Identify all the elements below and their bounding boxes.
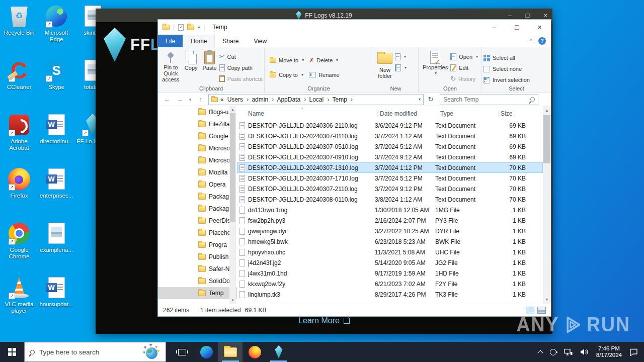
volume-icon[interactable] bbox=[580, 348, 589, 355]
tree-item[interactable]: SolidDo bbox=[158, 275, 237, 287]
desktop-icon[interactable]: ↗ Recycle Bin bbox=[1, 4, 37, 58]
desktop-icon[interactable]: ↗ hoursupdat... bbox=[38, 276, 74, 330]
file-row[interactable]: hpoyvhxo.uhc 11/3/2021 5:08 AM UHC File … bbox=[237, 247, 543, 257]
paste-button[interactable]: Paste bbox=[200, 49, 219, 84]
tree-item[interactable]: Mozilla bbox=[158, 166, 237, 178]
file-row[interactable]: hmewkg5l.bwk 6/23/2018 5:23 AM BWK File … bbox=[237, 236, 543, 247]
help-icon[interactable]: ? bbox=[538, 37, 546, 45]
scroll-up-icon[interactable]: ▴ bbox=[546, 108, 548, 113]
tree-item[interactable]: FileZilla bbox=[158, 118, 237, 130]
new-folder-button[interactable]: New folder bbox=[375, 49, 395, 84]
open-button[interactable]: Open▾ bbox=[450, 52, 478, 61]
scroll-down-icon[interactable]: ▾ bbox=[546, 297, 548, 302]
select-all-button[interactable]: Select all bbox=[484, 53, 530, 62]
cut-button[interactable]: ✂Cut bbox=[219, 52, 263, 61]
tree-item[interactable]: Temp bbox=[158, 287, 237, 299]
file-row[interactable]: DESKTOP-JGLLJLD-20240307-2110.log 3/7/20… bbox=[237, 184, 543, 194]
pin-to-quick-access-button[interactable]: Pin to Quick access bbox=[159, 49, 182, 84]
hidden-icons-chevron-icon[interactable] bbox=[537, 350, 543, 355]
column-header-size[interactable]: Size bbox=[499, 110, 544, 117]
taskbar-search-input[interactable] bbox=[39, 348, 138, 356]
file-row[interactable]: gwwjvmgw.dyr 3/27/2022 10:25 AM DYR File… bbox=[237, 226, 543, 236]
file-row[interactable]: j4wx31m0.1hd 9/17/2019 1:59 AM 1HD File … bbox=[237, 268, 543, 279]
forward-icon[interactable]: → bbox=[175, 96, 185, 103]
tree-item[interactable]: PeerDis bbox=[158, 215, 237, 227]
action-center-icon[interactable] bbox=[629, 348, 638, 356]
tree-scrollbar[interactable]: ▴ ▾ bbox=[229, 106, 236, 304]
search-box[interactable] bbox=[440, 94, 538, 105]
breadcrumb-item[interactable]: AppData bbox=[276, 96, 308, 103]
file-row[interactable]: DESKTOP-JGLLJLD-20240306-2110.log 3/6/20… bbox=[237, 120, 543, 131]
desktop-icon[interactable]: ↗ CCleaner bbox=[1, 58, 37, 113]
move-to-button[interactable]: Move to▾ bbox=[270, 55, 304, 65]
history-button[interactable]: ↻History bbox=[450, 74, 478, 83]
delete-button[interactable]: ✗Delete▾ bbox=[309, 55, 340, 65]
tree-item[interactable]: Placeho bbox=[158, 227, 237, 239]
minimize-icon[interactable]: – bbox=[483, 20, 506, 35]
tree-item[interactable]: Progra bbox=[158, 239, 237, 251]
recent-locations-icon[interactable]: ▾ bbox=[187, 97, 193, 102]
tree-item[interactable]: Opera bbox=[158, 178, 237, 191]
tree-item[interactable]: Packag bbox=[158, 191, 237, 203]
close-icon[interactable]: × bbox=[528, 20, 551, 35]
breadcrumb-item[interactable]: admin bbox=[251, 96, 276, 103]
file-row[interactable]: kkxwq2bw.f2y 6/21/2023 7:02 AM F2Y File … bbox=[237, 279, 543, 289]
rename-button[interactable]: Rename bbox=[309, 70, 340, 79]
network-icon[interactable] bbox=[564, 348, 573, 356]
cop y-to-button[interactable]: Copy to▾ bbox=[270, 70, 304, 79]
tree-item[interactable]: Microso bbox=[158, 154, 237, 166]
breadcrumb-bar[interactable]: « Users admin AppData Local Temp ▾ bbox=[208, 94, 424, 105]
minimize-icon[interactable]: – bbox=[508, 12, 511, 19]
breadcrumb-item[interactable]: Temp bbox=[331, 96, 355, 103]
invert-selection-button[interactable]: Invert selection bbox=[484, 75, 530, 84]
desktop-icon[interactable]: ↗ directorlinu... bbox=[38, 113, 74, 167]
paste-shortcut-button[interactable]: Paste shortcut bbox=[219, 74, 263, 83]
start-button[interactable] bbox=[0, 342, 24, 362]
tree-item[interactable]: Publish bbox=[158, 251, 237, 263]
taskbar-firefox-button[interactable] bbox=[243, 342, 267, 362]
file-row[interactable]: DESKTOP-JGLLJLD-20240307-1710.log 3/7/20… bbox=[237, 173, 543, 184]
tray-record-icon[interactable] bbox=[550, 349, 556, 355]
tree-scrollbar-thumb[interactable] bbox=[230, 113, 235, 222]
ribbon-tab[interactable]: Share bbox=[215, 35, 246, 47]
desktop-icon[interactable]: ↗ Skype bbox=[38, 58, 74, 113]
file-row[interactable]: dn113rwo.1mg 1/30/2018 12:05 AM 1MG File… bbox=[237, 205, 543, 215]
desktop-icon[interactable]: ↗ Adobe Acrobat bbox=[1, 113, 37, 167]
desktop-icon[interactable]: ↗ Firefox bbox=[1, 167, 37, 221]
desktop-icon[interactable]: ↗ Microsoft Edge bbox=[38, 4, 74, 58]
scrollbar-thumb[interactable] bbox=[543, 115, 550, 163]
breadcrumb-item[interactable]: Users bbox=[226, 96, 251, 103]
ribbon-tab[interactable]: Home bbox=[183, 35, 215, 47]
ribbon-tab[interactable]: View bbox=[246, 35, 274, 47]
properties-quick-icon[interactable] bbox=[178, 24, 184, 31]
tree-item[interactable]: Safer-N bbox=[158, 263, 237, 275]
file-list-scrollbar[interactable]: ▴ ▾ bbox=[543, 106, 551, 304]
tree-item[interactable]: Packag bbox=[158, 203, 237, 215]
desktop-icon[interactable]: ↗ Google Chrome bbox=[1, 221, 37, 276]
task-view-button[interactable] bbox=[170, 342, 194, 362]
tree-item[interactable]: Google bbox=[158, 130, 237, 142]
file-row[interactable]: DESKTOP-JGLLJLD-20240307-0110.log 3/7/20… bbox=[237, 131, 543, 141]
taskbar-explorer-button[interactable] bbox=[218, 342, 243, 362]
file-row[interactable]: fsw2bp2h.py3 2/16/2024 2:07 PM PY3 File … bbox=[237, 215, 543, 226]
back-icon[interactable]: ← bbox=[162, 96, 172, 103]
taskbar-fflogs-button[interactable] bbox=[267, 342, 291, 362]
new-folder-quick-icon[interactable] bbox=[187, 25, 194, 30]
ribbon-tab[interactable]: File bbox=[158, 35, 183, 47]
collapse-ribbon-icon[interactable]: ^ bbox=[530, 38, 532, 44]
folder-icon[interactable] bbox=[163, 25, 170, 30]
file-row[interactable]: DESKTOP-JGLLJLD-20240307-0510.log 3/7/20… bbox=[237, 141, 543, 152]
address-dropdown-icon[interactable]: ▾ bbox=[419, 97, 421, 102]
desktop-icon[interactable]: ↗ examplena... bbox=[38, 221, 74, 276]
file-row[interactable]: DESKTOP-JGLLJLD-20240307-1310.log 3/7/20… bbox=[237, 162, 543, 173]
column-header-date[interactable]: Date modified bbox=[378, 110, 438, 117]
copy-path-button[interactable]: Copy path bbox=[219, 63, 263, 72]
select-none-button[interactable]: Select none bbox=[484, 64, 530, 73]
desktop-icon[interactable]: ↗ VLC media player bbox=[1, 276, 37, 330]
edit-button[interactable]: Edit bbox=[450, 63, 478, 72]
maximize-icon[interactable]: □ bbox=[506, 20, 528, 35]
scroll-down-icon[interactable]: ▾ bbox=[232, 298, 234, 302]
learn-more-link[interactable]: Learn More bbox=[96, 316, 552, 325]
copy-button[interactable]: Copy bbox=[182, 49, 200, 84]
file-row[interactable]: j4d2n43f.jg2 5/14/2020 9:05 AM JG2 File … bbox=[237, 257, 543, 268]
